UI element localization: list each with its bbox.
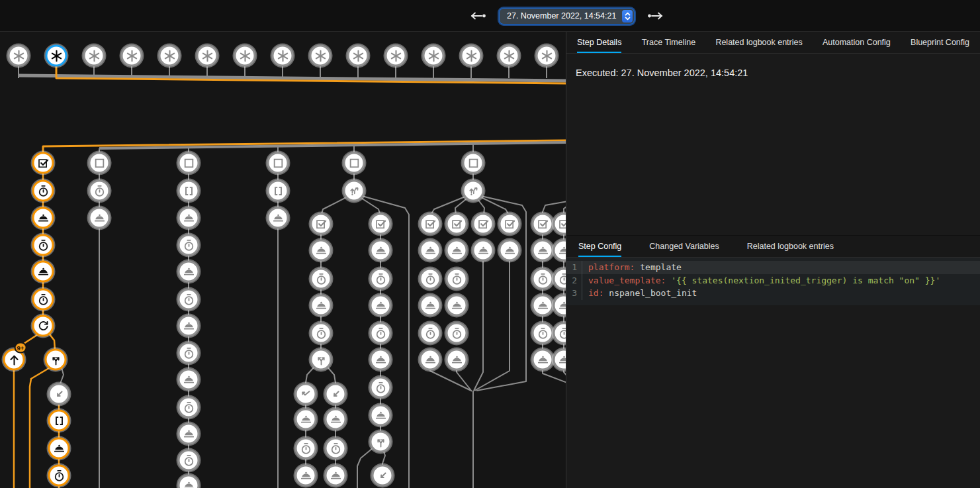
trace-node-check-arrow-icon[interactable] (295, 383, 317, 405)
trace-node-service-icon[interactable] (178, 369, 200, 391)
trace-node-checkbox-icon[interactable] (499, 213, 521, 235)
trace-node-call-split-icon[interactable] (370, 431, 392, 453)
trace-node-checkbox-icon[interactable] (472, 213, 494, 235)
trace-node-arrow-decision-icon[interactable] (463, 180, 484, 202)
tab-related-logbook-entries[interactable]: Related logbook entries (715, 32, 802, 53)
trace-node-asterisk-icon[interactable] (310, 45, 332, 67)
trace-node-timer-icon[interactable] (32, 289, 54, 311)
trace-node-timer-icon[interactable] (178, 397, 200, 418)
trace-node-service-icon[interactable] (295, 465, 317, 487)
trace-node-service-icon[interactable] (89, 207, 111, 229)
trace-node-square-icon[interactable] (267, 152, 289, 174)
trace-node-service-icon[interactable] (472, 240, 494, 262)
trace-node-timer-icon[interactable] (32, 180, 54, 202)
trace-node-service-icon[interactable] (370, 240, 392, 262)
trace-node-asterisk-icon[interactable] (498, 45, 520, 67)
trace-node-service-icon[interactable] (420, 349, 441, 371)
previous-trace-button[interactable] (467, 9, 490, 23)
trace-node-service-icon[interactable] (178, 261, 200, 283)
trace-node-timer-icon[interactable] (310, 268, 332, 290)
trace-node-asterisk-icon[interactable] (83, 45, 105, 67)
trace-node-checkbox-icon[interactable] (310, 213, 332, 235)
trace-node-timer-icon[interactable] (370, 322, 392, 344)
trace-node-service-icon[interactable] (370, 349, 392, 371)
trace-node-checkbox-icon[interactable] (446, 213, 468, 235)
trace-node-timer-icon[interactable] (446, 268, 468, 290)
trace-node-brackets-icon[interactable] (178, 180, 200, 202)
trace-node-checkbox-icon[interactable] (370, 213, 392, 235)
trace-node-service-icon[interactable] (446, 295, 468, 317)
trace-node-timer-icon[interactable] (178, 450, 200, 471)
trace-node-service-icon[interactable] (267, 207, 289, 229)
trace-node-service-icon[interactable] (178, 207, 200, 229)
trace-node-service-icon[interactable] (295, 409, 317, 430)
trace-node-asterisk-icon[interactable] (121, 45, 143, 67)
next-trace-button[interactable] (644, 9, 666, 23)
trace-node-timer-icon[interactable] (310, 322, 332, 344)
trace-node-service-icon[interactable] (446, 349, 468, 371)
trace-node-arrow-decision-icon[interactable] (343, 180, 365, 202)
trace-node-square-icon[interactable] (463, 152, 484, 174)
trace-node-service-icon[interactable] (532, 349, 554, 371)
trace-node-asterisk-icon[interactable] (385, 45, 407, 67)
trace-node-repeat-icon[interactable] (32, 315, 54, 337)
tab-step-config[interactable]: Step Config (578, 236, 621, 257)
trace-node-timer-icon[interactable] (370, 268, 392, 290)
trace-node-service-icon[interactable] (532, 295, 554, 317)
trace-node-service-icon[interactable] (178, 315, 200, 337)
trace-node-checkbox-icon[interactable] (420, 213, 441, 235)
trace-node-service-icon[interactable] (370, 295, 392, 317)
trace-node-checkbox-icon[interactable] (532, 213, 554, 235)
trace-node-asterisk-icon[interactable] (159, 45, 181, 67)
trace-node-asterisk-icon[interactable] (46, 45, 67, 67)
trace-node-timer-icon[interactable] (532, 322, 554, 344)
trace-node-timer-icon[interactable] (420, 322, 441, 344)
trace-node-call-split-icon[interactable] (310, 349, 332, 371)
trace-node-timer-icon[interactable] (48, 465, 70, 487)
tab-trace-timeline[interactable]: Trace Timeline (642, 32, 696, 53)
trace-run-select[interactable]: 27. November 2022, 14:54:21 (500, 9, 634, 24)
trace-node-brackets-icon[interactable] (48, 410, 70, 432)
trace-node-brackets-icon[interactable] (267, 180, 289, 202)
trace-node-service-icon[interactable] (420, 295, 441, 317)
trace-node-asterisk-icon[interactable] (272, 45, 294, 67)
trace-node-service-icon[interactable] (420, 240, 441, 262)
trace-node-asterisk-icon[interactable] (234, 45, 256, 67)
trace-node-call-split-icon[interactable] (45, 349, 67, 371)
trace-node-timer-icon[interactable] (178, 289, 200, 311)
trace-node-service-icon[interactable] (310, 240, 332, 262)
trace-node-timer-icon[interactable] (420, 268, 441, 290)
trace-node-arrow-down-left-icon[interactable] (372, 465, 394, 487)
trace-node-square-icon[interactable] (343, 152, 365, 174)
trace-node-timer-icon[interactable] (446, 322, 468, 344)
tab-changed-variables[interactable]: Changed Variables (649, 236, 719, 257)
trace-node-service-icon[interactable] (310, 295, 332, 317)
trace-node-asterisk-icon[interactable] (347, 45, 369, 67)
trace-node-service-icon[interactable] (325, 465, 347, 487)
trace-node-timer-icon[interactable] (89, 180, 111, 202)
trace-node-square-icon[interactable] (89, 152, 111, 174)
tab-automation-config[interactable]: Automation Config (823, 32, 891, 53)
trace-node-checkbox-icon[interactable] (32, 152, 54, 174)
trace-node-arrow-down-left-icon[interactable] (48, 383, 70, 405)
tab-blueprint-config[interactable]: Blueprint Config (911, 32, 969, 53)
trace-node-timer-icon[interactable] (295, 438, 317, 460)
trace-node-service-icon[interactable] (446, 240, 468, 262)
yaml-code-editor[interactable]: 1platform: template2value_template: '{{ … (566, 258, 980, 305)
trace-node-timer-icon[interactable] (178, 234, 200, 256)
trace-node-service-icon[interactable] (532, 240, 554, 262)
trace-node-timer-icon[interactable] (370, 377, 392, 399)
trace-node-service-icon[interactable] (178, 423, 200, 445)
trace-node-service-icon[interactable] (370, 405, 392, 426)
trace-node-timer-icon[interactable] (325, 438, 347, 460)
trace-node-square-icon[interactable] (178, 152, 200, 174)
trace-node-asterisk-icon[interactable] (536, 45, 558, 67)
trace-node-service-icon[interactable] (32, 261, 54, 283)
trace-node-timer-icon[interactable] (532, 268, 554, 290)
trace-node-service-icon[interactable] (32, 207, 54, 229)
trace-node-service-icon[interactable] (325, 409, 347, 430)
trace-node-timer-icon[interactable] (32, 234, 54, 256)
trace-node-timer-icon[interactable] (178, 342, 200, 364)
trace-node-asterisk-icon[interactable] (8, 45, 30, 67)
tab-step-details[interactable]: Step Details (577, 32, 621, 53)
